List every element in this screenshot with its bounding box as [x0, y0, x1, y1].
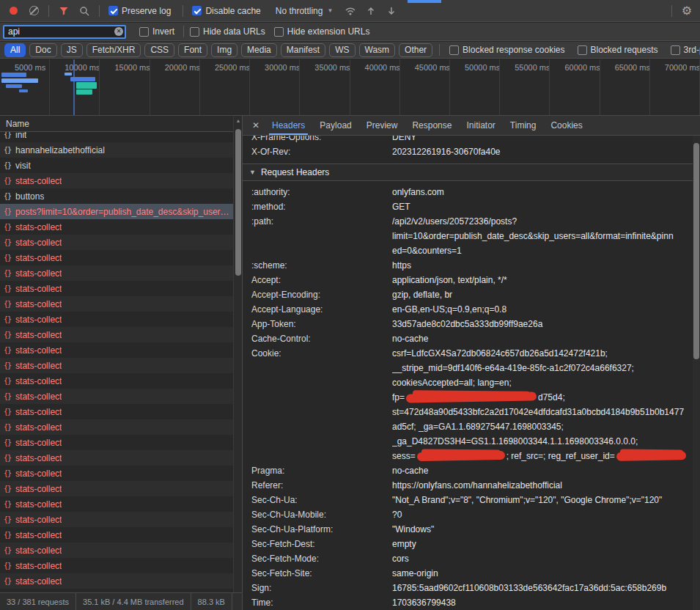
header-row: App-Token: 33d57ade8c02dbc5a333db99ff9ae…	[243, 317, 693, 331]
filter-box	[3, 25, 126, 39]
header-row: Accept: application/json, text/plain, */…	[243, 273, 693, 287]
invert-label: Invert	[152, 26, 174, 37]
request-row[interactable]: stats-collect	[0, 250, 233, 265]
request-headers-section[interactable]: ▼ Request Headers	[243, 163, 693, 181]
name-column-header[interactable]: Name	[0, 116, 242, 132]
type-filter-chip[interactable]: CSS	[144, 43, 174, 57]
request-row[interactable]: stats-collect	[0, 573, 233, 589]
request-row[interactable]: posts?limit=10&order=publish_date_desc&s…	[0, 204, 233, 219]
header-name: Sec-Ch-Ua-Mobile:	[251, 507, 392, 522]
type-filter-chip[interactable]: WS	[329, 43, 355, 57]
request-row[interactable]: stats-collect	[0, 219, 233, 235]
chevron-down-icon: ▼	[327, 7, 333, 14]
blocked-requests-label: Blocked requests	[591, 45, 658, 55]
request-row[interactable]: stats-collect	[0, 404, 233, 419]
request-name: stats-collect	[15, 422, 62, 433]
header-row: Sec-Ch-Ua: "Not_A Brand";v="8", "Chromiu…	[243, 493, 693, 507]
details-tab[interactable]: Cookies	[543, 116, 589, 135]
type-filter-chip[interactable]: Media	[241, 43, 277, 57]
details-tab[interactable]: Response	[405, 116, 459, 135]
throttling-select[interactable]: No throttling ▼	[270, 4, 339, 18]
import-har-button[interactable]	[362, 2, 380, 20]
type-filter-chip[interactable]: Font	[178, 43, 207, 57]
request-row[interactable]: stats-collect	[0, 173, 233, 188]
request-row[interactable]: stats-collect	[0, 419, 233, 435]
network-conditions-button[interactable]	[342, 2, 359, 20]
type-filter-chip[interactable]: JS	[61, 43, 83, 57]
script-file-icon	[4, 315, 11, 323]
header-row: Sign: 16785:5aad9602cf110608b03133de5636…	[243, 581, 693, 595]
timeline-ruler: 5000 ms10000 ms15000 ms20000 ms25000 ms3…	[0, 59, 700, 115]
request-row[interactable]: stats-collect	[0, 543, 233, 558]
type-filter-chip[interactable]: Img	[211, 43, 237, 57]
request-row[interactable]: buttons	[0, 188, 233, 204]
close-details-icon[interactable]	[247, 116, 265, 135]
request-row[interactable]: stats-collect	[0, 389, 233, 404]
third-party-requests-checkbox[interactable]: 3rd-party requests	[671, 45, 700, 55]
filter-input[interactable]	[3, 25, 126, 39]
blocked-response-cookies-label: Blocked response cookies	[463, 45, 564, 55]
header-row: X-Of-Rev: 202312261916-30670fa40e	[243, 144, 693, 159]
network-overview-timeline[interactable]: 5000 ms10000 ms15000 ms20000 ms25000 ms3…	[0, 59, 700, 116]
scrollbar-thumb[interactable]	[693, 143, 699, 359]
disable-cache-checkbox[interactable]: Disable cache	[192, 6, 260, 16]
export-har-button[interactable]	[383, 2, 400, 20]
blocked-response-cookies-checkbox[interactable]: Blocked response cookies	[449, 45, 564, 55]
type-filter-chip[interactable]: Other	[399, 43, 432, 57]
request-row[interactable]: visit	[0, 158, 233, 173]
scrollbar-thumb[interactable]	[235, 129, 241, 276]
request-row[interactable]: stats-collect	[0, 373, 233, 389]
hide-data-urls-label: Hide data URLs	[203, 26, 265, 37]
blocked-requests-checkbox[interactable]: Blocked requests	[578, 45, 658, 55]
search-button[interactable]	[75, 2, 93, 20]
request-row[interactable]: stats-collect	[0, 527, 233, 543]
details-tab[interactable]: Preview	[359, 116, 405, 135]
clear-filter-icon[interactable]	[114, 27, 123, 36]
request-row[interactable]: stats-collect	[0, 466, 233, 481]
request-row[interactable]: stats-collect	[0, 512, 233, 527]
request-row[interactable]: stats-collect	[0, 435, 233, 450]
request-name: stats-collect	[15, 238, 62, 248]
request-row[interactable]: stats-collect	[0, 496, 233, 512]
request-row[interactable]: stats-collect	[0, 265, 233, 281]
settings-button[interactable]	[678, 2, 696, 20]
request-row[interactable]: stats-collect	[0, 358, 233, 373]
script-file-icon	[4, 192, 11, 200]
record-button[interactable]	[4, 2, 22, 20]
request-row[interactable]: stats-collect	[0, 327, 233, 342]
preserve-log-checkbox[interactable]: Preserve log	[108, 6, 171, 16]
request-row[interactable]: stats-collect	[0, 281, 233, 296]
invert-checkbox[interactable]: Invert	[139, 26, 174, 37]
details-tab[interactable]: Timing	[503, 116, 544, 135]
details-tab[interactable]: Payload	[312, 116, 358, 135]
request-name: stats-collect	[15, 561, 62, 571]
request-row[interactable]: stats-collect	[0, 558, 233, 573]
request-row[interactable]: stats-collect	[0, 481, 233, 496]
details-scrollbar[interactable]	[693, 136, 700, 610]
request-row[interactable]: stats-collect	[0, 235, 233, 250]
details-tab[interactable]: Headers	[265, 116, 312, 135]
type-filter-chip[interactable]: Wasm	[359, 43, 396, 57]
hide-data-urls-checkbox[interactable]: Hide data URLs	[190, 26, 265, 37]
header-name: Accept-Language:	[251, 302, 392, 317]
filter-toggle-button[interactable]	[55, 2, 73, 20]
hide-extension-urls-checkbox[interactable]: Hide extension URLs	[274, 26, 370, 37]
type-filter-chip[interactable]: Doc	[29, 43, 56, 57]
request-row[interactable]: stats-collect	[0, 450, 233, 466]
type-filter-chip[interactable]: All	[4, 43, 26, 57]
request-list-scrollbar[interactable]: ▲	[233, 116, 242, 592]
scroll-up-icon[interactable]: ▲	[234, 118, 242, 123]
request-row[interactable]: stats-collect	[0, 296, 233, 312]
request-row[interactable]: hannahelizabethofficial	[0, 142, 233, 158]
clear-button[interactable]	[25, 2, 43, 20]
request-row[interactable]: init	[0, 132, 233, 142]
request-row[interactable]: stats-collect	[0, 342, 233, 358]
type-filter-chip[interactable]: Manifest	[281, 43, 325, 57]
details-tab[interactable]: Initiator	[459, 116, 502, 135]
type-filter-chip[interactable]: Fetch/XHR	[86, 43, 141, 57]
section-label: Request Headers	[261, 167, 329, 177]
request-row[interactable]: stats-collect	[0, 312, 233, 327]
header-row: Accept-Language: en-GB,en-US;q=0.9,en;q=…	[243, 302, 693, 317]
timeline-tick: 25000 ms	[200, 59, 250, 115]
header-value: 33d57ade8c02dbc5a333db99ff9ae26a	[392, 317, 693, 331]
